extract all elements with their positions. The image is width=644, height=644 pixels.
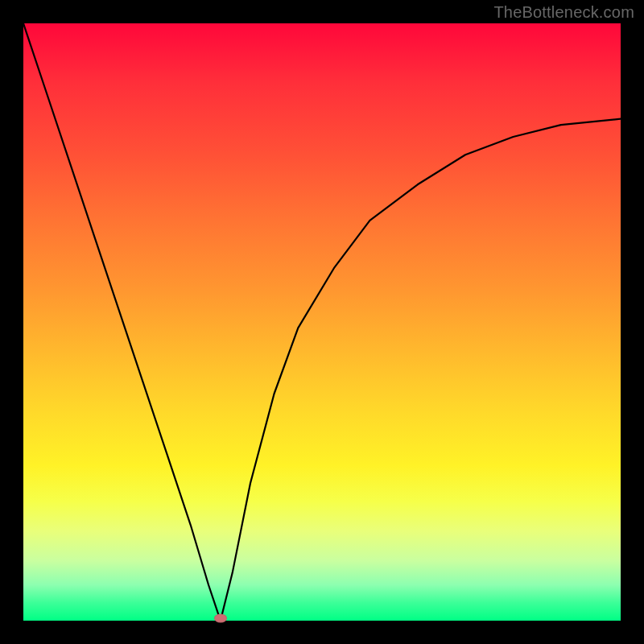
notch-marker [214, 614, 227, 623]
plot-area [23, 23, 621, 621]
bottleneck-curve [23, 23, 621, 621]
watermark-label: TheBottleneck.com [493, 3, 634, 22]
chart-stage: TheBottleneck.com [0, 0, 644, 644]
curve-layer [23, 23, 621, 621]
